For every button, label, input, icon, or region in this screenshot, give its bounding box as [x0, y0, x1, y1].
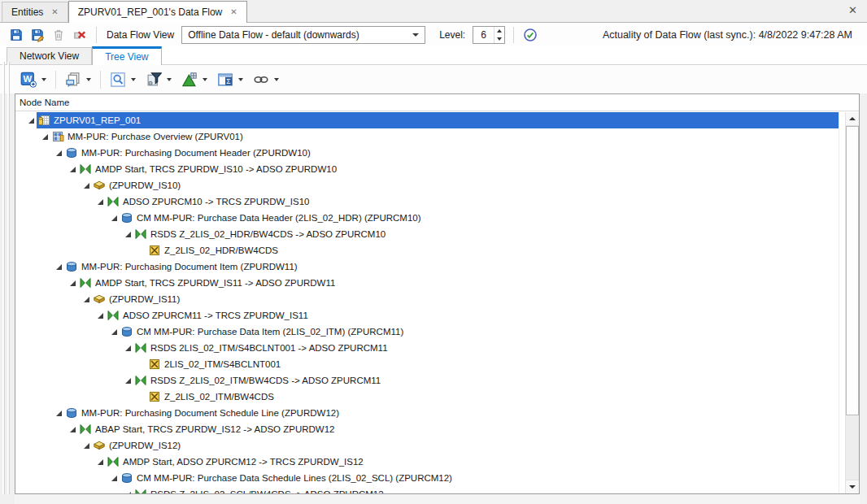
- adso-icon: [120, 325, 133, 338]
- spin-down-icon[interactable]: [494, 35, 504, 43]
- level-spinner[interactable]: 6: [473, 26, 505, 44]
- save-button[interactable]: [8, 27, 24, 43]
- tree-row[interactable]: ADSO ZPURCM10 -> TRCS ZPURDW_IS10: [15, 193, 839, 210]
- tree-row[interactable]: MM-PUR: Purchasing Document Schedule Lin…: [15, 405, 839, 421]
- expander-icon[interactable]: [81, 177, 92, 193]
- dropdown-caret-icon[interactable]: [203, 78, 207, 81]
- sync-check-icon[interactable]: [522, 27, 538, 43]
- expander-icon[interactable]: [122, 486, 133, 493]
- tree-row[interactable]: CM MM-PUR: Purchase Data Item (2LIS_02_I…: [15, 324, 839, 340]
- dropdown-caret-icon[interactable]: [86, 78, 91, 81]
- remove-assignment-button[interactable]: [72, 27, 88, 43]
- tree-row[interactable]: MM-PUR: Purchasing Document Item (ZPURDW…: [15, 259, 839, 275]
- infosource-icon: [93, 439, 106, 452]
- query-icon: [51, 130, 64, 143]
- word-export-icon: W: [20, 72, 37, 88]
- tree-row-body: CM MM-PUR: Purchase Data Header (2LIS_02…: [120, 210, 839, 226]
- tree-row[interactable]: CM MM-PUR: Purchase Data Header (2LIS_02…: [15, 210, 839, 226]
- word-export-button[interactable]: W: [18, 70, 49, 89]
- tab-close-icon[interactable]: ✕: [230, 8, 237, 16]
- datasource-icon: [148, 390, 161, 403]
- tree-row[interactable]: ABAP Start, TRCS ZPURDW_IS12 -> ADSO ZPU…: [15, 421, 839, 437]
- column-summary-button[interactable]: Σ: [215, 70, 246, 89]
- dropdown-caret-icon[interactable]: [238, 78, 243, 81]
- tree-row[interactable]: RSDS Z_2LIS_02_HDR/BW4CDS -> ADSO ZPURCM…: [15, 226, 839, 242]
- copy-page-icon: [65, 72, 81, 88]
- scroll-down-button[interactable]: [846, 480, 859, 493]
- tree-toolbar: WΣ: [0, 65, 867, 93]
- doc-tab[interactable]: Entities✕: [2, 2, 68, 22]
- expander-icon[interactable]: [94, 454, 106, 470]
- copy-page-button[interactable]: [63, 70, 94, 89]
- spin-up-icon[interactable]: [494, 27, 504, 35]
- tree-row[interactable]: (ZPURDW_IS10): [15, 177, 839, 193]
- expand-tree-button[interactable]: [179, 70, 210, 89]
- view-tab-tree-view[interactable]: Tree View: [92, 46, 161, 65]
- data-flow-view-select[interactable]: Offline Data Flow - default (downwards): [181, 26, 425, 44]
- expander-icon[interactable]: [122, 372, 133, 389]
- tree-row[interactable]: Z_2LIS_02_ITM/BW4CDS: [15, 389, 839, 405]
- link-mode-button[interactable]: [251, 70, 281, 89]
- tree-row[interactable]: ZPURV01_REP_001: [15, 112, 839, 128]
- view-tab-network-view[interactable]: Network View: [7, 47, 92, 64]
- splitter-groove: [7, 62, 10, 494]
- tab-close-icon[interactable]: ✕: [51, 8, 58, 16]
- column-header-node-name[interactable]: Node Name: [15, 94, 859, 111]
- expander-icon[interactable]: [53, 145, 64, 161]
- tree-row[interactable]: AMDP Start, ADSO ZPURCM12 -> TRCS ZPURDW…: [15, 454, 839, 470]
- tree-row[interactable]: ADSO ZPURCM11 -> TRCS ZPURDW_IS11: [15, 307, 839, 324]
- expander-icon[interactable]: [39, 128, 50, 145]
- tree-node-label: RSDS Z_2LIS_02_HDR/BW4CDS -> ADSO ZPURCM…: [150, 229, 390, 239]
- expander-icon[interactable]: [81, 291, 92, 307]
- expander-icon[interactable]: [108, 210, 120, 226]
- level-value: 6: [473, 27, 494, 43]
- expander-icon[interactable]: [67, 421, 78, 437]
- tree-row[interactable]: MM-PUR: Purchasing Document Header (ZPUR…: [15, 145, 839, 161]
- expander-icon[interactable]: [53, 405, 64, 421]
- tree-row[interactable]: AMDP Start, TRCS ZPURDW_IS10 -> ADSO ZPU…: [15, 161, 839, 177]
- expander-icon[interactable]: [53, 259, 64, 275]
- data-flow-view-value: Offline Data Flow - default (downwards): [188, 29, 407, 41]
- tree-rows: ZPURV01_REP_001MM-PUR: Purchase Overview…: [15, 112, 839, 493]
- filter-button[interactable]: [143, 70, 174, 89]
- expander-icon[interactable]: [67, 275, 78, 291]
- tree-row[interactable]: MM-PUR: Purchase Overview (ZPURV01): [15, 128, 839, 145]
- expander-icon[interactable]: [94, 193, 106, 210]
- expander-icon[interactable]: [94, 307, 106, 324]
- save-as-button[interactable]: [29, 27, 46, 43]
- doc-tab[interactable]: ZPURV01_REP_001's Data Flow✕: [68, 1, 247, 23]
- tree-row[interactable]: (ZPURDW_IS11): [15, 291, 839, 307]
- panel-bottom-strip: [15, 494, 860, 504]
- dropdown-caret-icon[interactable]: [131, 78, 136, 81]
- search-button[interactable]: [107, 70, 138, 89]
- tree-row-body: RSDS 2LIS_02_ITM/S4BCLNT001 -> ADSO ZPUR…: [133, 340, 839, 356]
- tree-row-body: RSDS Z_2LIS_02_HDR/BW4CDS -> ADSO ZPURCM…: [133, 226, 839, 242]
- dropdown-caret-icon[interactable]: [274, 78, 279, 81]
- expander-slot: [136, 389, 147, 405]
- expander-icon[interactable]: [81, 437, 92, 454]
- expander-icon[interactable]: [122, 340, 133, 356]
- close-icon[interactable]: ✕: [848, 4, 857, 16]
- dropdown-caret-icon[interactable]: [167, 78, 172, 81]
- tree-row[interactable]: CM MM-PUR: Purchase Data Schedule Lines …: [15, 470, 839, 486]
- toolbar-separator: [96, 27, 97, 43]
- expander-icon[interactable]: [67, 161, 78, 177]
- delete-button[interactable]: [50, 27, 67, 43]
- scrollbar-thumb[interactable]: [846, 126, 859, 415]
- tree-row[interactable]: (ZPURDW_IS12): [15, 437, 839, 454]
- tree-node-label: MM-PUR: Purchase Overview (ZPURV01): [68, 132, 248, 141]
- tree-row[interactable]: RSDS 2LIS_02_ITM/S4BCLNT001 -> ADSO ZPUR…: [15, 340, 839, 356]
- expander-icon[interactable]: [108, 470, 120, 486]
- tree-row[interactable]: Z_2LIS_02_HDR/BW4CDS: [15, 242, 839, 259]
- tree-row[interactable]: RSDS Z_2LIS_02_ITM/BW4CDS -> ADSO ZPURCM…: [15, 372, 839, 389]
- expander-icon[interactable]: [108, 324, 120, 340]
- tree-row[interactable]: RSDS Z_2LIS_02_SCL/BW4CDS -> ADSO ZPURCM…: [15, 486, 839, 493]
- tree-row[interactable]: 2LIS_02_ITM/S4BCLNT001: [15, 356, 839, 372]
- scroll-up-button[interactable]: [846, 112, 859, 126]
- vertical-scrollbar[interactable]: [845, 112, 859, 493]
- expander-icon[interactable]: [122, 226, 133, 242]
- chevron-down-icon[interactable]: [412, 33, 419, 37]
- tree-row[interactable]: AMDP Start, TRCS ZPURDW_IS11 -> ADSO ZPU…: [15, 275, 839, 291]
- dropdown-caret-icon[interactable]: [41, 78, 46, 81]
- expander-icon[interactable]: [25, 112, 37, 128]
